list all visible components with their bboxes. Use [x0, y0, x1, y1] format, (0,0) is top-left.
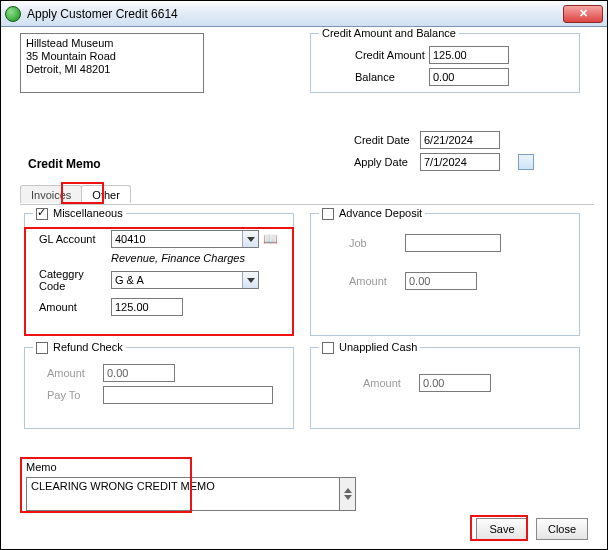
gl-account-value: 40410	[112, 231, 242, 247]
credit-date-field[interactable]: 6/21/2024	[420, 131, 500, 149]
chevron-down-icon	[242, 231, 258, 247]
app-window: Apply Customer Credit 6614 ✕ Hillstead M…	[0, 0, 608, 550]
advance-deposit-group: Advance Deposit Job Amount 0.00	[310, 213, 580, 336]
address-line3: Detroit, MI 48201	[26, 63, 198, 76]
job-label: Job	[319, 237, 405, 249]
gl-account-label: GL Account	[33, 233, 111, 245]
category-code-value: G & A	[112, 272, 242, 288]
apply-date-label: Apply Date	[310, 156, 420, 168]
unc-amount-field: 0.00	[419, 374, 491, 392]
memo-textarea[interactable]: CLEARING WRONG CREDIT MEMO	[26, 477, 339, 511]
apply-date-field[interactable]: 7/1/2024	[420, 153, 500, 171]
unc-amount-label: Amount	[319, 377, 419, 389]
job-field	[405, 234, 501, 252]
adv-legend-text: Advance Deposit	[339, 207, 422, 219]
credit-amount-value: 125.00	[429, 46, 509, 64]
memo-label: Memo	[26, 461, 57, 473]
titlebar: Apply Customer Credit 6614 ✕	[1, 1, 607, 27]
scroll-up-icon[interactable]	[340, 478, 355, 493]
adv-legend: Advance Deposit	[319, 207, 425, 220]
credit-date-label: Credit Date	[310, 134, 420, 146]
credit-amount-balance-group: Credit Amount and Balance Credit Amount …	[310, 33, 580, 93]
window-close-button[interactable]: ✕	[563, 5, 603, 23]
misc-amount-field[interactable]: 125.00	[111, 298, 183, 316]
refund-check-checkbox[interactable]	[36, 342, 48, 354]
save-button[interactable]: Save	[476, 518, 528, 540]
memo-scrollbar[interactable]	[339, 477, 356, 511]
address-line2: 35 Mountain Road	[26, 50, 198, 63]
balance-value: 0.00	[429, 68, 509, 86]
memo-field-wrap: CLEARING WRONG CREDIT MEMO	[26, 477, 356, 511]
payto-label: Pay To	[33, 389, 103, 401]
app-icon	[5, 6, 21, 22]
misc-legend: Miscellaneous	[33, 207, 126, 220]
tab-invoices[interactable]: Invoices	[20, 185, 82, 203]
gl-account-combo[interactable]: 40410	[111, 230, 259, 248]
ref-legend-text: Refund Check	[53, 341, 123, 353]
customer-address-box: Hillstead Museum 35 Mountain Road Detroi…	[20, 33, 204, 93]
cab-legend: Credit Amount and Balance	[319, 27, 459, 39]
close-button[interactable]: Close	[536, 518, 588, 540]
chevron-down-icon	[242, 272, 258, 288]
unc-legend: Unapplied Cash	[319, 341, 420, 354]
calendar-icon[interactable]	[518, 154, 534, 170]
refund-check-group: Refund Check Amount 0.00 Pay To	[24, 347, 294, 429]
scroll-down-icon[interactable]	[340, 495, 355, 510]
unc-legend-text: Unapplied Cash	[339, 341, 417, 353]
credit-amount-label: Credit Amount	[319, 49, 429, 61]
category-code-label: Categgry Code	[33, 268, 111, 292]
gl-account-description: Revenue, Finance Charges	[111, 252, 245, 264]
page-heading: Credit Memo	[28, 157, 101, 171]
window-title: Apply Customer Credit 6614	[27, 7, 178, 21]
unapplied-cash-group: Unapplied Cash Amount 0.00	[310, 347, 580, 429]
payto-field	[103, 386, 273, 404]
advance-deposit-checkbox[interactable]	[322, 208, 334, 220]
tabstrip: Invoices Other	[20, 185, 130, 203]
misc-amount-label: Amount	[33, 301, 111, 313]
tab-underline	[20, 204, 594, 205]
ref-amount-label: Amount	[33, 367, 103, 379]
category-code-combo[interactable]: G & A	[111, 271, 259, 289]
tab-other[interactable]: Other	[81, 185, 131, 203]
client-area: Hillstead Museum 35 Mountain Road Detroi…	[2, 27, 606, 548]
ref-legend: Refund Check	[33, 341, 126, 354]
address-line1: Hillstead Museum	[26, 37, 198, 50]
adv-amount-label: Amount	[319, 275, 405, 287]
unapplied-cash-checkbox[interactable]	[322, 342, 334, 354]
lookup-icon[interactable]: 📖	[261, 231, 279, 247]
misc-legend-text: Miscellaneous	[53, 207, 123, 219]
balance-label: Balance	[319, 71, 429, 83]
adv-amount-field: 0.00	[405, 272, 477, 290]
miscellaneous-checkbox[interactable]	[36, 208, 48, 220]
ref-amount-field: 0.00	[103, 364, 175, 382]
miscellaneous-group: Miscellaneous GL Account 40410 📖 Revenue…	[24, 213, 294, 336]
